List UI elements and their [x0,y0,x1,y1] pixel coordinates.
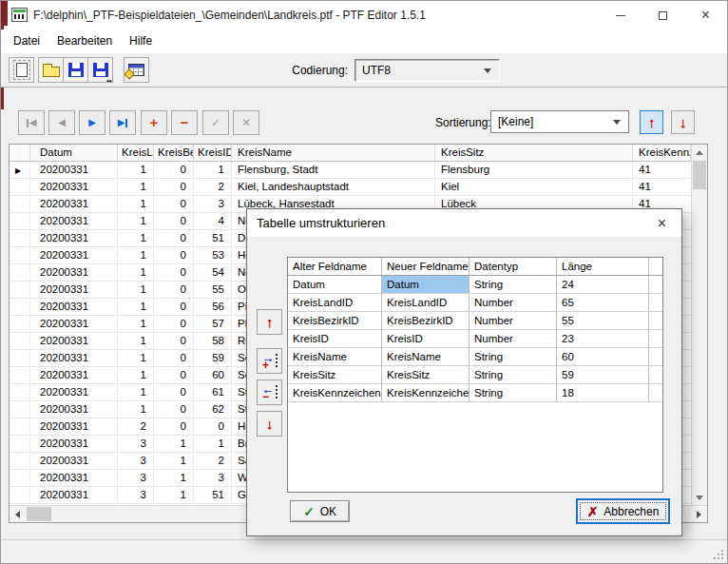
grid-cell[interactable]: Kiel, Landeshauptstadt [232,179,435,195]
grid-cell[interactable]: 0 [154,350,194,366]
close-button[interactable]: × [684,1,727,29]
grid-cell[interactable]: Kiel [435,179,633,195]
grid-cell[interactable]: 61 [194,384,232,400]
restructure-table-button[interactable] [124,57,149,83]
resize-grip[interactable] [721,557,723,559]
grid-cell[interactable]: 20200331 [30,247,118,263]
field-cell[interactable]: KreisLandID [288,294,382,312]
table-row[interactable]: 20200331102Kiel, LandeshauptstadtKiel41 [10,179,691,196]
save-as-button[interactable]: ... [87,57,113,83]
grid-cell[interactable]: 41 [633,162,691,178]
field-cell[interactable]: KreisSitz [382,366,469,384]
field-cell[interactable]: 60 [557,348,649,366]
grid-cell[interactable]: 2 [118,418,154,435]
field-cell[interactable]: KreisLandID [382,294,469,312]
field-cell[interactable]: String [469,348,557,366]
grid-cell[interactable]: 20200331 [30,470,118,486]
field-row[interactable]: DatumDatumString24 [288,276,662,294]
grid-cell[interactable]: 1 [154,470,194,486]
column-header-alter-feldname[interactable]: Alter Feldname [288,258,382,276]
grid-cell[interactable]: 20200331 [30,196,118,212]
move-field-down-button[interactable]: ↓ [257,411,282,437]
field-cell[interactable]: 23 [557,330,649,348]
menu-bearbeiten[interactable]: Bearbeiten [48,29,121,53]
grid-cell[interactable]: 1 [118,316,154,332]
dialog-close-button[interactable]: × [647,209,677,237]
field-cell[interactable]: Datum [382,276,469,294]
grid-cell[interactable]: 20200331 [30,282,118,298]
grid-cell[interactable]: 20200331 [30,316,118,332]
nav-cancel-button[interactable]: ✕ [233,110,259,135]
sort-ascending-button[interactable]: ↑ [640,110,663,134]
grid-cell[interactable]: 20200331 [30,367,118,383]
column-header-datum[interactable]: Datum [30,145,118,162]
column-header-neuer-feldname[interactable]: Neuer Feldname [382,258,469,276]
encoding-combobox[interactable]: UTF8 [354,59,500,82]
grid-cell[interactable]: 1 [118,230,154,246]
grid-cell[interactable]: 59 [194,350,232,366]
grid-cell[interactable]: 20200331 [30,350,118,366]
grid-cell[interactable]: 2 [194,453,232,469]
grid-cell[interactable]: 0 [154,282,194,298]
nav-last-button[interactable]: ▶ [109,110,136,135]
field-row[interactable]: KreisLandIDKreisLandIDNumber65 [288,294,662,312]
nav-insert-button[interactable]: + [141,110,167,135]
menu-hilfe[interactable]: Hilfe [121,29,161,53]
field-cell[interactable]: 18 [557,384,649,402]
scroll-up-button[interactable] [692,145,707,160]
field-cell[interactable]: Datum [288,276,382,294]
field-cell[interactable]: KreisID [382,330,469,348]
grid-cell[interactable]: 3 [194,196,232,212]
field-row[interactable]: KreisBezirkIDKreisBezirkIDNumber55 [288,312,662,330]
ok-button[interactable]: ✓ OK [290,500,350,522]
field-cell[interactable]: Number [469,294,557,312]
grid-cell[interactable]: 55 [194,282,232,298]
column-header-kreisname[interactable]: KreisName [232,145,435,162]
grid-cell[interactable]: 1 [154,453,194,469]
field-cell[interactable]: 65 [557,294,649,312]
grid-cell[interactable]: 3 [118,436,154,452]
field-cell[interactable]: Number [469,312,557,330]
field-cell[interactable]: String [469,366,557,384]
remove-field-button[interactable]: ← − [257,379,282,405]
field-row[interactable]: KreisIDKreisIDNumber23 [288,330,662,348]
grid-cell[interactable]: 1 [118,282,154,298]
grid-cell[interactable]: 3 [118,487,154,503]
field-cell[interactable]: KreisName [288,348,382,366]
field-cell[interactable]: String [469,276,557,294]
grid-cell[interactable]: 41 [633,179,691,195]
grid-cell[interactable]: 58 [194,333,232,349]
grid-cell[interactable]: 20200331 [30,213,118,229]
grid-cell[interactable]: 0 [154,367,194,383]
column-header-kreissitz[interactable]: KreisSitz [435,145,633,162]
field-cell[interactable]: KreisKennzeichen [288,384,382,402]
nav-next-button[interactable]: ▶ [79,110,105,135]
grid-cell[interactable]: 0 [154,196,194,212]
column-header-laenge[interactable]: Länge [557,258,649,276]
nav-delete-button[interactable]: − [171,110,198,135]
grid-cell[interactable]: 20200331 [30,179,118,195]
nav-prior-button[interactable]: ◀ [48,110,75,135]
minimize-button[interactable] [599,1,642,29]
field-cell[interactable]: KreisBezirkID [382,312,469,330]
grid-cell[interactable]: 1 [118,179,154,195]
grid-cell[interactable]: 0 [154,384,194,400]
grid-cell[interactable]: 60 [194,367,232,383]
insert-field-button[interactable]: → + [257,348,282,374]
grid-cell[interactable]: 1 [118,367,154,383]
sort-descending-button[interactable]: ↓ [671,110,695,134]
grid-cell[interactable]: 4 [194,213,232,229]
grid-cell[interactable]: 0 [154,162,194,178]
grid-cell[interactable]: 20200331 [30,230,118,246]
grid-cell[interactable]: 20200331 [30,264,118,281]
scroll-down-button[interactable] [692,490,707,505]
grid-cell[interactable]: 20200331 [30,436,118,452]
vertical-scrollbar-thumb[interactable] [693,161,706,189]
grid-cell[interactable]: Flensburg, Stadt [232,162,435,178]
grid-cell[interactable]: 1 [118,333,154,349]
field-cell[interactable]: 24 [557,276,649,294]
field-cell[interactable]: 55 [557,312,649,330]
open-file-button[interactable] [38,57,64,83]
scroll-left-button[interactable] [10,506,26,522]
grid-cell[interactable]: 0 [154,418,194,435]
